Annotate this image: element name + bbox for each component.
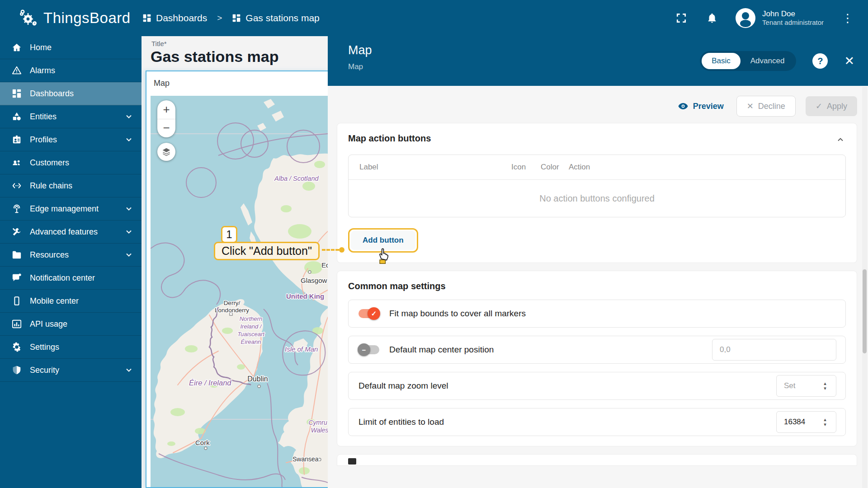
entities-limit-field: ▴ ▾	[776, 411, 836, 433]
default-center-toggle[interactable]: −	[359, 345, 379, 354]
map-label-united-kingdom: United King	[286, 292, 324, 300]
stepper-down-icon[interactable]: ▾	[824, 422, 826, 427]
action-buttons-table: Label Icon Color Action No action button…	[348, 155, 846, 217]
rule-chains-icon	[12, 181, 22, 191]
close-drawer-button[interactable]: ✕	[844, 55, 854, 67]
collapse-section-button[interactable]	[836, 135, 845, 146]
eye-icon	[678, 101, 689, 112]
toggle-check-icon: ✓	[368, 307, 380, 320]
map-label-derry-2: Londonderry	[215, 307, 249, 314]
sidebar-item-customers[interactable]: Customers	[0, 151, 142, 174]
mode-advanced-button[interactable]: Advanced	[741, 53, 795, 69]
sidebar-item-edge-management[interactable]: Edge management	[0, 197, 142, 221]
drawer-title: Map	[348, 43, 372, 57]
map-label-derry-1: Derry/	[224, 300, 241, 306]
map-label-isle-of-man: Isle of Man	[285, 345, 318, 353]
map-widget[interactable]: + −	[151, 96, 328, 487]
sidebar-item-profiles[interactable]: Profiles	[0, 128, 142, 151]
toggle-minus-icon: −	[358, 343, 370, 356]
sidebar-item-settings[interactable]: Settings	[0, 336, 142, 359]
fullscreen-button[interactable]	[674, 10, 689, 26]
sidebar-item-notification-center[interactable]: Notification center	[0, 267, 142, 290]
decline-button[interactable]: ✕ Decline	[736, 96, 796, 117]
chevron-down-icon	[124, 250, 133, 259]
tools-icon	[12, 227, 22, 237]
drawer-scrollbar[interactable]	[862, 87, 867, 488]
section-heading: Common map settings	[348, 281, 846, 291]
default-zoom-stepper[interactable]: ▴ ▾	[818, 381, 832, 391]
entities-limit-input[interactable]	[777, 418, 818, 427]
sidebar-item-advanced-features[interactable]: Advanced features	[0, 221, 142, 244]
sidebar-item-api-usage[interactable]: API usage	[0, 313, 142, 336]
help-button[interactable]: ?	[812, 53, 828, 69]
sidebar-item-mobile-center[interactable]: Mobile center	[0, 290, 142, 313]
sidebar-item-alarms[interactable]: Alarms	[0, 59, 142, 82]
map-label-cork: Cork	[195, 439, 210, 446]
default-zoom-input[interactable]	[777, 381, 818, 390]
dashboard-icon	[142, 14, 151, 23]
map-label-wales-1: Cymru /	[309, 419, 328, 426]
column-header-action: Action	[569, 163, 845, 172]
setting-row-fit-bounds: ✓ Fit map bounds to cover all markers	[348, 300, 846, 328]
stepper-down-icon[interactable]: ▾	[824, 386, 826, 391]
apply-button[interactable]: ✓ Apply	[806, 96, 857, 116]
fit-bounds-toggle[interactable]: ✓	[359, 309, 379, 318]
annotation-step-number: 1	[221, 226, 237, 243]
chevron-down-icon	[124, 112, 133, 121]
map-label-ireland: Éire / Ireland	[189, 379, 231, 387]
widget-preview-card: Map + −	[146, 70, 328, 488]
annotation-connector-dot	[339, 247, 344, 253]
drawer-body: Preview ✕ Decline ✓ Apply Map action but…	[328, 86, 868, 488]
entities-limit-stepper[interactable]: ▴ ▾	[818, 417, 832, 427]
sidebar-item-dashboards[interactable]: Dashboards	[0, 82, 142, 105]
setting-row-default-center: − Default map center position	[348, 336, 846, 364]
user-menu[interactable]: John Doe Tenant administrator	[735, 8, 824, 28]
sidebar-item-entities[interactable]: Entities	[0, 105, 142, 128]
annotation-label: Click "Add button"	[214, 242, 320, 260]
sidebar-item-home[interactable]: Home	[0, 36, 142, 59]
breadcrumb-label: Gas stations map	[245, 13, 319, 23]
widget-title-input[interactable]: Gas stations map	[151, 48, 327, 66]
empty-table-message: No action buttons configured	[349, 180, 845, 217]
common-map-settings-section: Common map settings ✓ Fit map bounds to …	[337, 271, 857, 446]
preview-button[interactable]: Preview	[678, 101, 724, 112]
map-layers-button[interactable]	[157, 143, 175, 161]
app-title: ThingsBoard	[43, 9, 131, 27]
breadcrumb-current-dashboard[interactable]: Gas stations map	[232, 13, 319, 23]
mode-basic-button[interactable]: Basic	[702, 53, 741, 69]
api-usage-icon	[12, 319, 22, 329]
column-header-label: Label	[359, 163, 511, 172]
app-header: ThingsBoard Dashboards > Gas stations ma…	[0, 0, 868, 36]
sidebar-item-security[interactable]: Security	[0, 359, 142, 382]
thingsboard-logo[interactable]: ThingsBoard	[0, 8, 142, 28]
chevron-down-icon	[124, 135, 133, 144]
edge-management-icon	[12, 204, 22, 214]
clipped-heading-fragment	[348, 458, 356, 465]
add-button[interactable]: Add button	[348, 228, 418, 253]
setting-row-default-zoom: Default map zoom level ▴ ▾	[348, 372, 846, 400]
setting-row-entities-limit: Limit of entities to load ▴ ▾	[348, 408, 846, 436]
breadcrumb-dashboards[interactable]: Dashboards	[142, 13, 207, 23]
zoom-out-button[interactable]: −	[157, 119, 175, 138]
map-label-ni-4: Éireann	[241, 338, 261, 345]
chevron-up-icon	[836, 135, 845, 144]
entities-icon	[12, 112, 22, 122]
scrollbar-thumb[interactable]	[863, 269, 867, 353]
map-label-ni-1: Northern	[240, 315, 263, 322]
sidebar-item-rule-chains[interactable]: Rule chains	[0, 174, 142, 197]
zoom-in-button[interactable]: +	[157, 100, 175, 119]
user-name: John Doe	[762, 9, 824, 19]
next-section-clipped	[337, 454, 857, 466]
widget-editor-panel: Title* Gas stations map Map + −	[142, 36, 328, 488]
sidebar-item-resources[interactable]: Resources	[0, 244, 142, 267]
widget-title-field-label: Title*	[151, 40, 167, 47]
map-label-wales-2: Wales	[311, 427, 328, 434]
alarm-icon	[12, 66, 22, 75]
default-center-field	[712, 339, 836, 361]
default-center-input[interactable]	[712, 345, 836, 354]
notification-center-icon	[12, 273, 22, 283]
dashboard-icon	[12, 89, 22, 99]
notifications-button[interactable]	[704, 10, 720, 26]
more-menu-button[interactable]: ⋮	[839, 10, 856, 26]
breadcrumb: Dashboards > Gas stations map	[142, 13, 320, 23]
